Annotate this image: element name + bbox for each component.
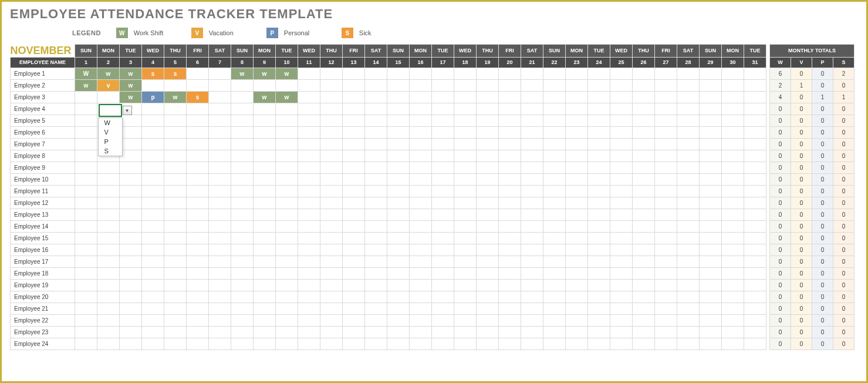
attendance-cell[interactable] (722, 291, 744, 303)
attendance-cell[interactable] (432, 220, 454, 232)
attendance-cell[interactable] (343, 115, 365, 126)
attendance-cell[interactable] (387, 197, 410, 209)
attendance-cell[interactable] (521, 103, 543, 115)
attendance-cell[interactable] (75, 126, 97, 138)
attendance-cell[interactable] (432, 267, 454, 279)
attendance-cell[interactable] (75, 279, 97, 291)
attendance-cell[interactable] (75, 91, 97, 103)
attendance-cell[interactable] (209, 291, 231, 303)
attendance-cell[interactable] (521, 326, 543, 338)
attendance-cell[interactable] (655, 291, 677, 303)
attendance-cell[interactable] (588, 256, 610, 267)
attendance-cell[interactable] (588, 338, 610, 350)
attendance-cell[interactable] (633, 244, 655, 256)
attendance-cell[interactable] (343, 91, 365, 103)
attendance-cell[interactable] (610, 279, 633, 291)
attendance-cell[interactable] (566, 173, 588, 185)
attendance-cell[interactable] (387, 79, 410, 91)
attendance-cell[interactable] (231, 209, 254, 220)
attendance-cell[interactable] (75, 326, 97, 338)
attendance-cell[interactable] (97, 91, 120, 103)
attendance-cell[interactable] (276, 256, 298, 267)
attendance-cell[interactable] (744, 209, 766, 220)
attendance-cell[interactable] (298, 115, 320, 126)
attendance-cell[interactable] (521, 126, 543, 138)
attendance-cell[interactable] (410, 126, 432, 138)
attendance-cell[interactable] (543, 220, 566, 232)
attendance-cell[interactable] (254, 197, 276, 209)
attendance-cell[interactable] (97, 185, 120, 197)
attendance-cell[interactable] (566, 220, 588, 232)
attendance-cell[interactable] (499, 162, 521, 173)
attendance-cell[interactable] (142, 303, 164, 314)
attendance-cell[interactable] (521, 91, 543, 103)
attendance-cell[interactable] (655, 326, 677, 338)
employee-name-cell[interactable]: Employee 15 (11, 232, 75, 244)
attendance-cell[interactable] (566, 103, 588, 115)
attendance-cell[interactable] (231, 244, 254, 256)
attendance-cell[interactable] (97, 220, 120, 232)
attendance-cell[interactable] (164, 173, 187, 185)
attendance-cell[interactable] (677, 220, 700, 232)
attendance-cell[interactable] (543, 303, 566, 314)
attendance-cell[interactable] (387, 185, 410, 197)
attendance-cell[interactable] (700, 244, 722, 256)
attendance-cell[interactable] (387, 338, 410, 350)
attendance-cell[interactable] (254, 232, 276, 244)
attendance-cell[interactable] (543, 197, 566, 209)
attendance-cell[interactable] (477, 115, 499, 126)
attendance-cell[interactable] (142, 126, 164, 138)
attendance-cell[interactable] (410, 267, 432, 279)
attendance-cell[interactable] (566, 326, 588, 338)
attendance-cell[interactable] (343, 279, 365, 291)
attendance-cell[interactable] (566, 91, 588, 103)
attendance-cell[interactable] (387, 209, 410, 220)
attendance-cell[interactable] (677, 244, 700, 256)
attendance-cell[interactable] (209, 256, 231, 267)
attendance-cell[interactable] (365, 279, 387, 291)
attendance-cell[interactable] (543, 126, 566, 138)
attendance-cell[interactable] (209, 314, 231, 326)
attendance-cell[interactable] (75, 197, 97, 209)
attendance-cell[interactable] (209, 91, 231, 103)
attendance-cell[interactable] (209, 220, 231, 232)
attendance-cell[interactable] (298, 185, 320, 197)
attendance-cell[interactable] (700, 256, 722, 267)
attendance-cell[interactable] (120, 291, 142, 303)
attendance-cell[interactable] (454, 220, 477, 232)
attendance-cell[interactable] (722, 115, 744, 126)
attendance-cell[interactable] (677, 303, 700, 314)
attendance-cell[interactable] (610, 244, 633, 256)
attendance-cell[interactable] (75, 291, 97, 303)
attendance-cell[interactable] (320, 291, 343, 303)
attendance-cell[interactable] (677, 256, 700, 267)
attendance-cell[interactable] (655, 303, 677, 314)
attendance-cell[interactable] (142, 173, 164, 185)
attendance-cell[interactable] (343, 338, 365, 350)
attendance-cell[interactable] (387, 314, 410, 326)
attendance-cell[interactable] (365, 303, 387, 314)
attendance-cell[interactable] (432, 244, 454, 256)
attendance-cell[interactable] (499, 115, 521, 126)
attendance-cell[interactable] (432, 150, 454, 162)
attendance-cell[interactable] (410, 314, 432, 326)
attendance-cell[interactable] (298, 338, 320, 350)
attendance-cell[interactable] (700, 291, 722, 303)
attendance-cell[interactable] (209, 103, 231, 115)
attendance-cell[interactable] (142, 79, 164, 91)
attendance-cell[interactable] (209, 209, 231, 220)
attendance-cell[interactable] (187, 244, 209, 256)
attendance-cell[interactable]: w (97, 68, 120, 79)
attendance-cell[interactable] (477, 291, 499, 303)
attendance-cell[interactable] (276, 138, 298, 150)
attendance-cell[interactable] (566, 232, 588, 244)
attendance-cell[interactable] (410, 232, 432, 244)
attendance-cell[interactable] (187, 103, 209, 115)
attendance-cell[interactable] (298, 279, 320, 291)
attendance-cell[interactable] (700, 185, 722, 197)
attendance-cell[interactable] (477, 197, 499, 209)
attendance-cell[interactable] (254, 162, 276, 173)
attendance-cell[interactable] (633, 338, 655, 350)
attendance-cell[interactable] (588, 197, 610, 209)
attendance-cell[interactable] (231, 326, 254, 338)
